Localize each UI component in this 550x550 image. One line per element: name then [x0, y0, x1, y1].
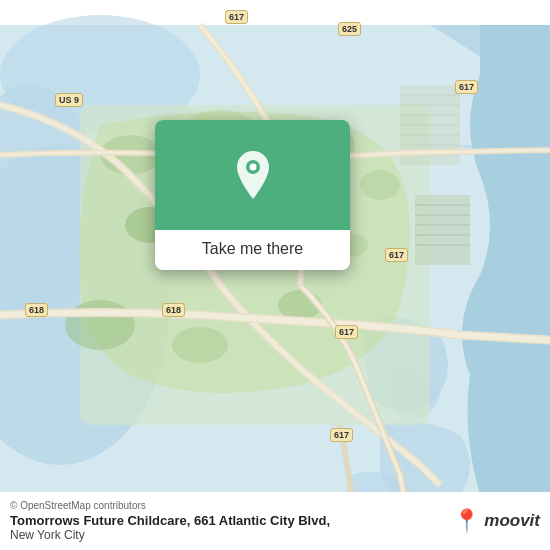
bottom-bar: © OpenStreetMap contributors Tomorrows F… — [0, 492, 550, 550]
moovit-pin-icon: 📍 — [453, 508, 480, 534]
popup-button-area: Take me there — [155, 230, 350, 270]
road-badge-617-right: 617 — [455, 80, 478, 94]
svg-point-11 — [172, 327, 228, 363]
location-popup: Take me there — [155, 120, 350, 270]
moovit-logo: 📍 moovit — [453, 508, 540, 534]
road-badge-617-mid: 617 — [385, 248, 408, 262]
road-badge-617-bottom: 617 — [330, 428, 353, 442]
location-city: New York City — [10, 528, 330, 542]
bottom-info: © OpenStreetMap contributors Tomorrows F… — [10, 500, 330, 542]
take-me-there-button[interactable]: Take me there — [202, 240, 303, 258]
location-name: Tomorrows Future Childcare, 661 Atlantic… — [10, 513, 330, 528]
road-badge-us9: US 9 — [55, 93, 83, 107]
road-badge-617-lower: 617 — [335, 325, 358, 339]
road-badge-618-left: 618 — [25, 303, 48, 317]
svg-point-10 — [65, 300, 135, 350]
road-badge-625: 625 — [338, 22, 361, 36]
svg-point-29 — [249, 164, 256, 171]
popup-header — [155, 120, 350, 230]
location-pin-icon — [232, 149, 274, 201]
svg-point-9 — [360, 170, 400, 200]
road-badge-617-top: 617 — [225, 10, 248, 24]
road-badge-618-right: 618 — [162, 303, 185, 317]
map-container: US 9 617 625 617 617 618 618 617 617 Tak… — [0, 0, 550, 550]
moovit-brand: moovit — [484, 511, 540, 531]
osm-attribution: © OpenStreetMap contributors — [10, 500, 330, 511]
